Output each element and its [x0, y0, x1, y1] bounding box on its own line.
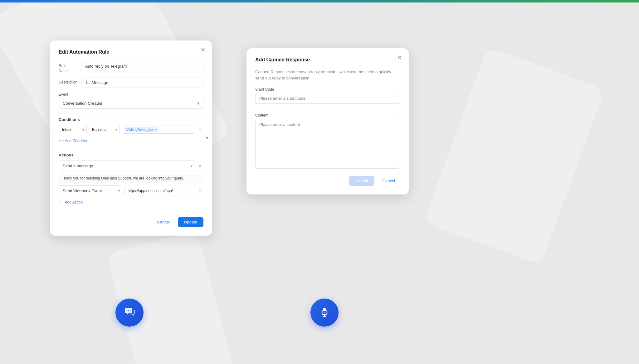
action-1-content: Thank you for reaching OneHash Support, …: [59, 174, 203, 183]
condition-operator-wrapper: Equal to Not Equal to ▼: [89, 125, 120, 134]
webhook-url-input[interactable]: [124, 186, 195, 195]
left-modal-close-button[interactable]: ✕: [198, 46, 207, 54]
rule-name-input[interactable]: [81, 61, 203, 71]
action-1-type-wrapper: Send a message Send an email ▼: [59, 160, 195, 171]
add-action-label: + Add Action: [62, 200, 83, 204]
left-cancel-button[interactable]: Cancel: [152, 217, 175, 227]
event-group: Event Conversation Created Conversation …: [59, 92, 203, 109]
add-condition-label: + Add Condition: [62, 139, 88, 143]
right-modal-subtitle: Canned Responses are saved reply templat…: [255, 69, 400, 81]
svg-line-9: [323, 312, 326, 313]
condition-value-tags[interactable]: VisitingDemo_bot × ▼: [122, 126, 195, 134]
condition-field-select[interactable]: Inbox Status: [59, 125, 87, 134]
condition-tag-visiting-demo: VisitingDemo_bot ×: [124, 127, 158, 132]
right-modal-footer: Submit Cancel: [255, 176, 400, 186]
actions-section: Actions Send a message Send an email ▼ ×…: [59, 153, 203, 206]
condition-tag-label: VisitingDemo_bot: [126, 128, 153, 132]
svg-point-2: [130, 310, 131, 311]
right-cancel-button[interactable]: Cancel: [378, 176, 400, 186]
action-1-select-wrapper: Send a message Send an email ▼: [59, 160, 195, 171]
divider-2: [59, 149, 203, 149]
top-gradient-bar: [0, 0, 639, 2]
content-group: Content: [255, 113, 400, 170]
plug-icon: [318, 306, 331, 319]
condition-field-wrapper: Inbox Status ▼: [59, 125, 87, 134]
fab-chat-button[interactable]: [115, 299, 144, 327]
actions-label: Actions: [59, 153, 203, 157]
submit-button[interactable]: Submit: [349, 176, 374, 186]
content-textarea[interactable]: [255, 119, 400, 169]
condition-operator-select[interactable]: Equal to Not Equal to: [89, 125, 120, 134]
divider-1: [59, 113, 203, 113]
content-label: Content: [255, 113, 400, 117]
action-2-select-wrapper: Send Webhook Event Send a message ▼: [59, 185, 122, 196]
svg-point-0: [127, 310, 128, 311]
description-label: Description: [59, 78, 81, 85]
update-button[interactable]: Update: [178, 217, 203, 227]
event-select[interactable]: Conversation Created Conversation Update…: [59, 98, 203, 109]
event-label: Event: [59, 92, 203, 97]
add-condition-button[interactable]: + + Add Condition: [59, 137, 88, 144]
rule-name-row: RuleName: [59, 61, 203, 73]
remove-action-1-button[interactable]: ×: [197, 163, 203, 169]
condition-tags-arrow-icon: ▼: [205, 136, 209, 140]
chat-icon: [123, 306, 136, 319]
add-action-button[interactable]: + + Add Action: [59, 199, 83, 206]
condition-row: Inbox Status ▼ Equal to Not Equal to ▼ V…: [59, 125, 203, 134]
bg-shape-3: [106, 230, 237, 364]
add-condition-icon: +: [59, 139, 61, 143]
rule-name-label: RuleName: [59, 61, 81, 73]
remove-condition-button[interactable]: ×: [197, 127, 203, 133]
conditions-label: Conditions: [59, 117, 203, 122]
right-modal-close-button[interactable]: ✕: [395, 53, 404, 62]
short-code-label: Short Code: [255, 87, 400, 92]
condition-tag-close-icon[interactable]: ×: [154, 128, 156, 132]
action-2-type-select[interactable]: Send Webhook Event Send a message: [59, 185, 122, 196]
event-select-wrapper: Conversation Created Conversation Update…: [59, 98, 203, 109]
description-row: Description: [59, 78, 203, 88]
add-canned-response-modal: ✕ Add Canned Response Canned Responses a…: [246, 48, 409, 194]
short-code-input[interactable]: [255, 93, 400, 104]
action-2-type-wrapper: Send Webhook Event Send a message ▼: [59, 185, 122, 196]
add-action-icon: +: [59, 200, 61, 204]
conditions-section: Conditions Inbox Status ▼ Equal to Not E…: [59, 117, 203, 144]
fab-canned-response-button[interactable]: [310, 299, 339, 327]
action-1-message-text: Thank you for reaching OneHash Support, …: [62, 176, 184, 180]
remove-action-2-button[interactable]: ×: [197, 188, 203, 194]
action-row-2: Send Webhook Event Send a message ▼ ×: [59, 185, 203, 196]
svg-point-1: [128, 310, 129, 311]
short-code-group: Short Code: [255, 87, 400, 109]
left-modal-title: Edit Automation Rule: [59, 49, 203, 55]
action-1-type-select[interactable]: Send a message Send an email: [59, 160, 195, 171]
bg-shape-2: [423, 47, 605, 265]
left-modal-footer: Cancel Update: [59, 212, 203, 227]
description-input[interactable]: [81, 78, 203, 88]
edit-automation-rule-modal: ✕ Edit Automation Rule RuleName Descript…: [50, 41, 212, 236]
action-row-1: Send a message Send an email ▼ ×: [59, 160, 203, 171]
right-modal-title: Add Canned Response: [255, 57, 400, 63]
